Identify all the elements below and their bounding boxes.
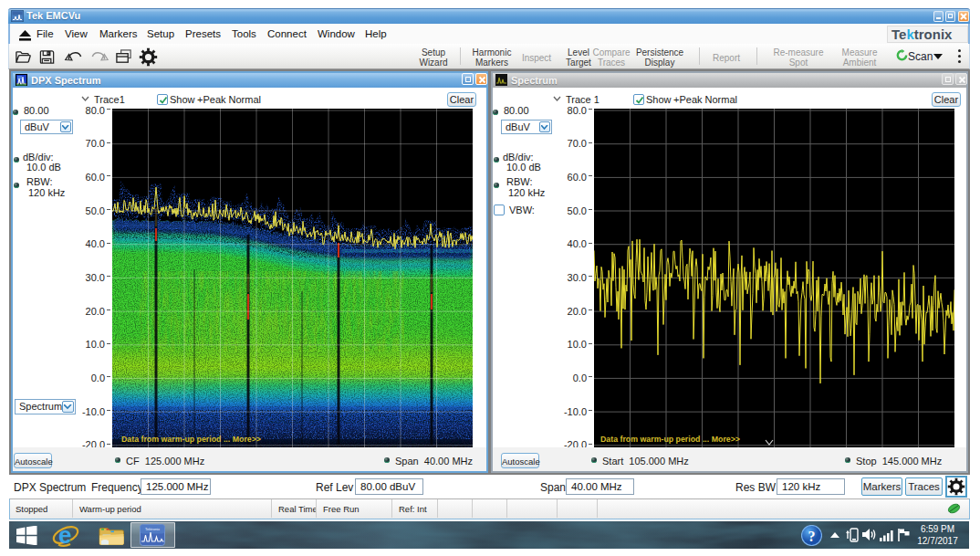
svg-text:Tektronix: Tektronix: [145, 527, 160, 531]
svg-text:Data from warm-up period ... M: Data from warm-up period ... More>>: [121, 435, 261, 444]
svg-text:?: ?: [808, 529, 816, 544]
svg-text:Data from warm-up period ... M: Data from warm-up period ... More>>: [600, 435, 740, 444]
